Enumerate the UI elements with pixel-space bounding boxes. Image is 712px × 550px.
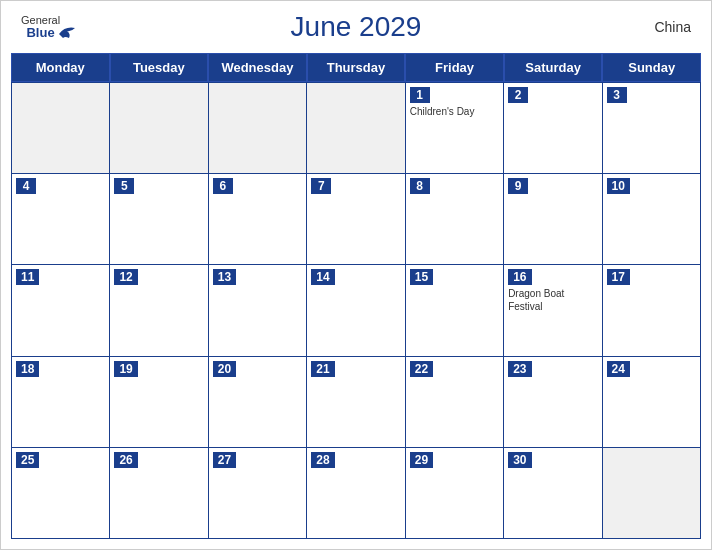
cell-number: 13 <box>213 269 236 285</box>
calendar-cell: 2 <box>504 83 602 174</box>
calendar-cell: 27 <box>209 448 307 539</box>
day-header-monday: Monday <box>11 53 110 82</box>
cell-number: 10 <box>607 178 630 194</box>
cell-number: 27 <box>213 452 236 468</box>
cell-number: 15 <box>410 269 433 285</box>
cell-number: 30 <box>508 452 531 468</box>
calendar-cell: 1Children's Day <box>406 83 504 174</box>
day-header-sunday: Sunday <box>602 53 701 82</box>
logo-blue: Blue <box>26 26 54 39</box>
country-label: China <box>654 19 691 35</box>
calendar-cell: 13 <box>209 265 307 356</box>
cell-number: 17 <box>607 269 630 285</box>
calendar-cell: 4 <box>12 174 110 265</box>
calendar-cell: 15 <box>406 265 504 356</box>
cell-number: 28 <box>311 452 334 468</box>
calendar-cell: 23 <box>504 357 602 448</box>
calendar-cell: 28 <box>307 448 405 539</box>
calendar-cell: 10 <box>603 174 701 265</box>
cell-number: 24 <box>607 361 630 377</box>
calendar-page: General Blue June 2029 China Monday Tues… <box>0 0 712 550</box>
calendar-cell: 11 <box>12 265 110 356</box>
cell-number: 29 <box>410 452 433 468</box>
calendar-cell: 20 <box>209 357 307 448</box>
event-text: Children's Day <box>410 105 499 118</box>
day-header-thursday: Thursday <box>307 53 406 82</box>
calendar-cell: 17 <box>603 265 701 356</box>
cell-number: 12 <box>114 269 137 285</box>
calendar-cell: 26 <box>110 448 208 539</box>
calendar-grid: 1Children's Day2345678910111213141516Dra… <box>11 82 701 539</box>
day-header-saturday: Saturday <box>504 53 603 82</box>
calendar-cell <box>110 83 208 174</box>
cell-number: 22 <box>410 361 433 377</box>
calendar-body: Monday Tuesday Wednesday Thursday Friday… <box>1 53 711 549</box>
calendar-cell: 14 <box>307 265 405 356</box>
cell-number: 4 <box>16 178 36 194</box>
calendar-cell: 21 <box>307 357 405 448</box>
cell-number: 21 <box>311 361 334 377</box>
calendar-cell: 29 <box>406 448 504 539</box>
calendar-cell: 3 <box>603 83 701 174</box>
day-header-friday: Friday <box>405 53 504 82</box>
calendar-cell: 12 <box>110 265 208 356</box>
calendar-cell: 16Dragon Boat Festival <box>504 265 602 356</box>
cell-number: 9 <box>508 178 528 194</box>
day-header-tuesday: Tuesday <box>110 53 209 82</box>
calendar-cell: 7 <box>307 174 405 265</box>
cell-number: 2 <box>508 87 528 103</box>
cell-number: 25 <box>16 452 39 468</box>
calendar-cell <box>307 83 405 174</box>
cell-number: 20 <box>213 361 236 377</box>
event-text: Dragon Boat Festival <box>508 287 597 313</box>
calendar-cell: 22 <box>406 357 504 448</box>
calendar-header: General Blue June 2029 China <box>1 1 711 53</box>
page-title: June 2029 <box>291 11 422 43</box>
calendar-cell: 9 <box>504 174 602 265</box>
cell-number: 1 <box>410 87 430 103</box>
calendar-cell: 8 <box>406 174 504 265</box>
calendar-cell <box>209 83 307 174</box>
calendar-cell: 19 <box>110 357 208 448</box>
calendar-cell <box>12 83 110 174</box>
calendar-cell: 6 <box>209 174 307 265</box>
calendar-cell: 24 <box>603 357 701 448</box>
cell-number: 3 <box>607 87 627 103</box>
cell-number: 7 <box>311 178 331 194</box>
calendar-cell <box>603 448 701 539</box>
cell-number: 18 <box>16 361 39 377</box>
cell-number: 26 <box>114 452 137 468</box>
day-headers-row: Monday Tuesday Wednesday Thursday Friday… <box>11 53 701 82</box>
calendar-cell: 25 <box>12 448 110 539</box>
day-header-wednesday: Wednesday <box>208 53 307 82</box>
cell-number: 11 <box>16 269 39 285</box>
calendar-cell: 30 <box>504 448 602 539</box>
cell-number: 16 <box>508 269 531 285</box>
cell-number: 23 <box>508 361 531 377</box>
cell-number: 6 <box>213 178 233 194</box>
cell-number: 5 <box>114 178 134 194</box>
calendar-cell: 18 <box>12 357 110 448</box>
cell-number: 8 <box>410 178 430 194</box>
cell-number: 19 <box>114 361 137 377</box>
logo-bird-icon <box>57 26 77 42</box>
cell-number: 14 <box>311 269 334 285</box>
logo: General Blue <box>21 15 60 39</box>
calendar-cell: 5 <box>110 174 208 265</box>
